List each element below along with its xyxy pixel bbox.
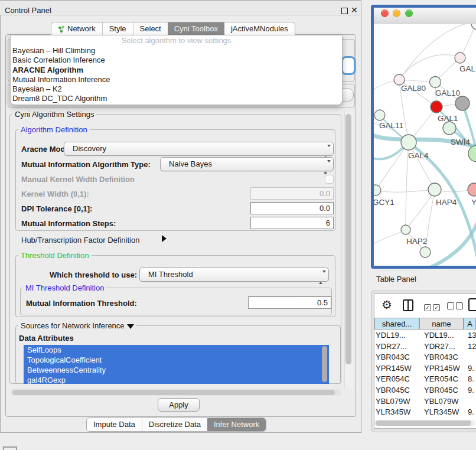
table-row[interactable]: YER054CYER054C8.: [374, 374, 476, 385]
gear-icon[interactable]: ⚙: [382, 298, 392, 312]
table-cell: 8.: [468, 374, 474, 385]
table-cell: YLR345W: [424, 407, 459, 418]
network-edge[interactable]: [376, 190, 434, 192]
network-edge[interactable]: [410, 107, 436, 141]
control-panel-titlebar[interactable]: [0, 0, 360, 15]
table-cell: 9.: [468, 385, 474, 396]
float-window-icon[interactable]: [341, 8, 348, 14]
table-row[interactable]: YDR27...YDR27...12: [374, 341, 476, 353]
partial-button[interactable]: [3, 446, 17, 450]
network-graph[interactable]: GALGAL80GAL10GAL1GAL11SWI4GAL4GCY1HAP4YH…: [374, 24, 476, 266]
tab-select[interactable]: Select: [133, 22, 168, 35]
hub-expand-icon[interactable]: [162, 235, 167, 244]
attribute-item-topologicalcoefficient[interactable]: TopologicalCoefficient: [24, 355, 329, 365]
columns-icon[interactable]: [403, 299, 413, 311]
close-icon[interactable]: ✕: [351, 5, 358, 15]
network-node-gal11[interactable]: [374, 110, 385, 120]
select-all-checks-icon[interactable]: ✓✓: [424, 302, 442, 311]
tab-jactivemnodules[interactable]: jActiveMNodules: [224, 22, 295, 35]
table-cell: 9: [468, 418, 472, 419]
apply-button[interactable]: Apply: [158, 398, 200, 412]
network-node[interactable]: [420, 247, 431, 257]
table-row[interactable]: YPR145WYPR145W9.: [374, 363, 476, 374]
network-node[interactable]: [471, 24, 476, 30]
algorithm-option-mutual-information-inference[interactable]: Mutual Information Inference: [11, 75, 342, 84]
attribute-item-selfloops[interactable]: SelfLoops: [24, 345, 329, 355]
table-row[interactable]: YDL19...YDL19...13: [374, 330, 476, 341]
algorithm-option-bayesian-k2[interactable]: Bayesian – K2: [11, 84, 342, 94]
tab-style[interactable]: Style: [102, 22, 133, 35]
algorithm-option-bayesian-hill-climbing[interactable]: Bayesian – Hill Climbing: [11, 46, 342, 56]
network-view[interactable]: GALGAL80GAL10GAL1GAL11SWI4GAL4GCY1HAP4YH…: [374, 24, 476, 266]
sources-title-text: Sources for Network Inference: [21, 321, 125, 330]
aracne-mode-select[interactable]: Discovery: [64, 142, 334, 156]
table-row[interactable]: YBR043CYBR043C: [374, 352, 476, 363]
network-edge[interactable]: [407, 190, 435, 229]
algorithm-option-basic-correlation-inference[interactable]: Basic Correlation Inference: [11, 56, 342, 65]
table-cell: YER054C: [424, 374, 458, 385]
data-attributes-list[interactable]: SelfLoopsTopologicalCoefficientBetweenne…: [24, 345, 329, 384]
collapse-icon[interactable]: [127, 324, 134, 329]
tab-cyni-toolbox[interactable]: Cyni Toolbox: [168, 22, 224, 35]
tab-infer-network[interactable]: Infer Network: [207, 418, 266, 431]
tab-impute-data[interactable]: Impute Data: [87, 418, 142, 431]
table-cell: YBL079W: [376, 396, 410, 407]
table-row[interactable]: YLR345WYLR345W9.: [374, 407, 476, 418]
table-row[interactable]: YBL079WYBL079W: [374, 396, 476, 407]
network-node[interactable]: [455, 96, 470, 110]
dpi-tolerance-field[interactable]: 0.0: [250, 202, 334, 214]
table-hscrollbar-thumb[interactable]: [376, 420, 471, 426]
cyni-settings-group-title: Cyni Algorithm Settings: [12, 110, 96, 119]
network-node-gal[interactable]: [455, 53, 465, 63]
network-edge[interactable]: [374, 230, 406, 246]
attribute-item-betweennesscentrality[interactable]: BetweennessCentrality: [24, 365, 329, 375]
column-header-a[interactable]: A: [464, 318, 476, 330]
algorithm-option-dream8-dc-tdc-algorithm[interactable]: Dream8 DC_TDC Algorithm: [11, 94, 342, 103]
algorithm-option-aracne-algorithm[interactable]: ARACNE Algorithm: [11, 66, 342, 75]
deselect-all-checks-icon[interactable]: [447, 302, 465, 311]
mi-type-select[interactable]: Naive Bayes: [160, 157, 334, 171]
table-cell: YBR043C: [424, 352, 458, 363]
zoom-traffic-light[interactable]: [405, 9, 413, 17]
settings-hscrollbar-thumb[interactable]: [12, 390, 335, 395]
minimize-traffic-light[interactable]: [393, 9, 400, 17]
table-row[interactable]: YIL052CYIL052C9: [374, 418, 476, 419]
attributes-scrollbar-thumb[interactable]: [322, 346, 327, 382]
mi-steps-field[interactable]: 6: [250, 217, 334, 229]
network-node-gal1[interactable]: [431, 101, 442, 113]
network-node-gal10[interactable]: [430, 77, 441, 88]
network-edge[interactable]: [409, 142, 435, 190]
manual-kernel-checkbox[interactable]: [325, 175, 334, 184]
table-cell: YPR145W: [424, 363, 460, 374]
kernel-width-field[interactable]: 0.0: [250, 187, 334, 200]
network-window-titlebar[interactable]: [374, 8, 476, 25]
network-node-swi4[interactable]: [443, 122, 456, 135]
hub-definition-label[interactable]: Hub/Transcription Factor Definition: [21, 236, 139, 244]
network-edge[interactable]: [376, 142, 409, 190]
column-header-name[interactable]: name: [419, 318, 464, 330]
network-node-gcy1[interactable]: [374, 185, 381, 195]
network-edge-weighted[interactable]: [430, 212, 476, 266]
which-threshold-select[interactable]: MI Threshold: [139, 268, 329, 282]
network-node-gal4[interactable]: [401, 135, 416, 150]
focused-combo-partial[interactable]: [341, 56, 356, 75]
tab-discretize-data[interactable]: Discretize Data: [142, 418, 207, 431]
table-cell: YBR043C: [376, 352, 410, 363]
network-node-hap4[interactable]: [428, 183, 441, 196]
table-cell: YER054C: [376, 374, 410, 385]
column-header-shared[interactable]: shared...: [374, 318, 419, 330]
tab-network[interactable]: Network: [51, 22, 102, 35]
algorithm-dropdown-list: Bayesian – Hill ClimbingBasic Correlatio…: [11, 46, 342, 104]
attribute-item-gal4rgexp[interactable]: gal4RGexp: [24, 375, 329, 384]
export-table-icon[interactable]: [468, 298, 476, 311]
table-panel-title: Table Panel: [376, 275, 416, 283]
close-traffic-light[interactable]: [381, 9, 389, 17]
network-node-hap2[interactable]: [401, 225, 410, 234]
mi-threshold-field[interactable]: 0.5: [248, 296, 331, 309]
table-row[interactable]: YBR045CYBR045C9.: [374, 385, 476, 396]
network-node[interactable]: [468, 145, 476, 162]
algorithm-dropdown-placeholder: Select algorithm to view settings: [11, 35, 342, 46]
settings-scrollbar-thumb[interactable]: [345, 114, 351, 364]
network-node-y[interactable]: [468, 183, 476, 196]
sources-group-title[interactable]: Sources for Network Inference: [18, 321, 136, 330]
